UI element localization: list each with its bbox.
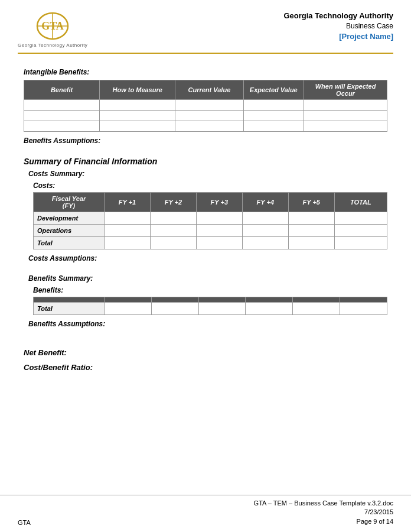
spacer4	[28, 334, 387, 340]
cell	[242, 212, 288, 225]
cell	[175, 121, 243, 132]
benefits-summary-label: Benefits Summary:	[28, 274, 387, 283]
cell	[150, 225, 196, 237]
footer-left-text: GTA	[18, 519, 31, 526]
footer-date: 7/23/2015	[254, 508, 393, 517]
header-right: Georgia Technology Authority Business Ca…	[283, 11, 393, 42]
page: GTA Georgia Technology Authority Georgia…	[0, 0, 411, 532]
intangible-benefits-table: Benefit How to Measure Current Value Exp…	[24, 80, 387, 132]
col-total: TOTAL	[334, 193, 387, 212]
cell	[246, 303, 293, 315]
logo-area: GTA Georgia Technology Authority	[18, 11, 87, 48]
table-row	[24, 100, 387, 111]
costs-operations-row: Operations	[34, 225, 387, 237]
row-total-label: Total	[34, 237, 105, 249]
costs-label: Costs:	[33, 181, 387, 190]
cell	[100, 100, 175, 111]
cell	[334, 225, 387, 237]
cell	[105, 225, 151, 237]
header-project-name: [Project Name]	[283, 31, 393, 42]
col-expected-value: Expected Value	[243, 80, 304, 100]
cell	[24, 121, 100, 132]
col-how-to-measure: How to Measure	[100, 80, 175, 100]
table-row	[24, 111, 387, 121]
col-fy5: FY +5	[288, 193, 334, 212]
cell	[151, 303, 198, 315]
footer-right-text: GTA – TEM – Business Case Template v.3.2…	[254, 499, 393, 526]
cell	[304, 100, 387, 111]
row-total-b-label: Total	[34, 303, 105, 315]
col-current-value: Current Value	[175, 80, 243, 100]
cell	[242, 225, 288, 237]
cell	[150, 237, 196, 249]
benefits-table: Total	[33, 297, 387, 315]
cell	[196, 225, 242, 237]
row-development-label: Development	[34, 212, 105, 225]
financial-section-label: Summary of Financial Information	[24, 157, 387, 166]
cell	[196, 212, 242, 225]
col-fy2-b	[151, 297, 198, 303]
col-fy1-b	[105, 297, 152, 303]
footer-inner: GTA GTA – TEM – Business Case Template v…	[18, 499, 393, 526]
intangible-assumptions-label: Benefits Assumptions:	[24, 137, 387, 145]
col-fiscal-year: Fiscal Year(FY)	[34, 193, 105, 212]
cell	[175, 100, 243, 111]
cell	[288, 212, 334, 225]
cell	[340, 303, 387, 315]
header-doc-type: Business Case	[283, 21, 393, 31]
col-fiscal-year-b	[34, 297, 105, 303]
cell	[198, 303, 246, 315]
spacer3	[28, 268, 387, 274]
col-when-expected: When will Expected Occur	[304, 80, 387, 100]
col-total-b	[340, 297, 387, 303]
costs-table: Fiscal Year(FY) FY +1 FY +2 FY +3 FY +4 …	[33, 192, 387, 249]
cell	[175, 111, 243, 121]
footer-center-text: GTA – TEM – Business Case Template v.3.2…	[254, 499, 393, 508]
header-org-name: Georgia Technology Authority	[283, 11, 393, 21]
cell	[288, 237, 334, 249]
cell	[105, 212, 151, 225]
cell	[243, 121, 304, 132]
cell	[243, 111, 304, 121]
cell	[288, 225, 334, 237]
cell	[304, 121, 387, 132]
header: GTA Georgia Technology Authority Georgia…	[0, 0, 411, 53]
cell	[100, 111, 175, 121]
costs-total-row: Total	[34, 237, 387, 249]
col-fy4-b	[246, 297, 293, 303]
cell	[243, 100, 304, 111]
cell	[334, 212, 387, 225]
footer: GTA GTA – TEM – Business Case Template v…	[0, 495, 411, 526]
costs-development-row: Development	[34, 212, 387, 225]
gta-logo-icon: GTA	[35, 11, 70, 41]
col-fy4: FY +4	[242, 193, 288, 212]
costs-header-row: Fiscal Year(FY) FY +1 FY +2 FY +3 FY +4 …	[34, 193, 387, 212]
row-operations-label: Operations	[34, 225, 105, 237]
cell	[293, 303, 340, 315]
spacer2	[24, 151, 387, 157]
intangible-benefits-label: Intangible Benefits:	[24, 68, 387, 76]
col-benefit: Benefit	[24, 80, 100, 100]
cost-benefit-label: Cost/Benefit Ratio:	[24, 363, 387, 372]
cell	[24, 100, 100, 111]
benefits-total-row: Total	[34, 303, 387, 315]
col-fy3-b	[198, 297, 246, 303]
cell	[105, 303, 152, 315]
benefits-header-row	[34, 297, 387, 303]
col-fy5-b	[293, 297, 340, 303]
col-fy3: FY +3	[196, 193, 242, 212]
costs-assumptions-label: Costs Assumptions:	[28, 254, 387, 262]
cell	[24, 111, 100, 121]
footer-page: Page 9 of 14	[254, 517, 393, 526]
cell	[304, 111, 387, 121]
intangible-header-row: Benefit How to Measure Current Value Exp…	[24, 80, 387, 100]
cell	[242, 237, 288, 249]
main-content: Intangible Benefits: Benefit How to Meas…	[0, 54, 411, 372]
benefits-label: Benefits:	[33, 286, 387, 294]
col-fy2: FY +2	[150, 193, 196, 212]
svg-text:GTA: GTA	[41, 20, 64, 32]
cell	[100, 121, 175, 132]
cell	[334, 237, 387, 249]
net-benefit-label: Net Benefit:	[24, 348, 387, 357]
spacer1	[24, 62, 387, 68]
